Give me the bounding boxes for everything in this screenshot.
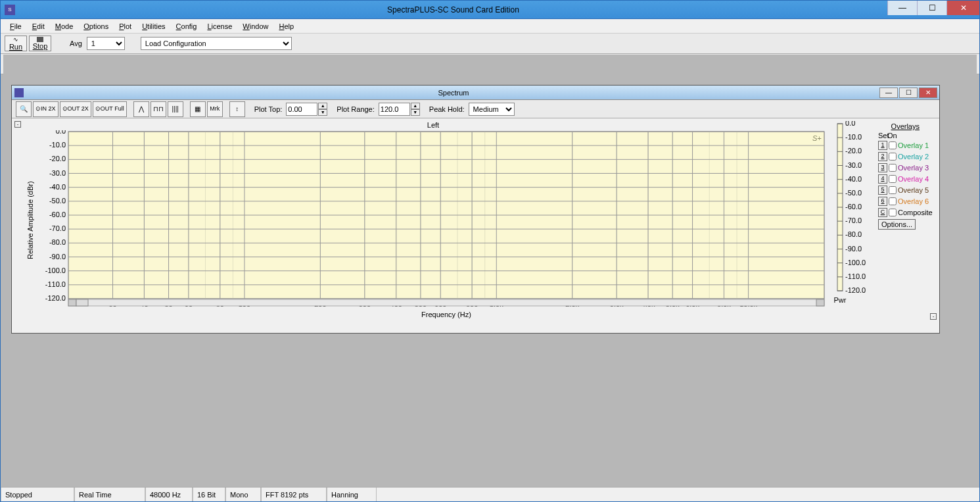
avg-select[interactable]: 1 xyxy=(87,37,125,50)
status-cell-6: Hanning xyxy=(327,488,377,501)
y-axis-label: Relative Amplitude (dBr) xyxy=(25,121,35,320)
spectrum-chart: 30405060801002003004005006008001.0k2.0k3… xyxy=(35,130,831,318)
zoomout-button[interactable]: ⊙OUT 2X xyxy=(60,101,91,117)
overlay-row-5: 5 Overlay 5 xyxy=(878,184,933,195)
overlay-options-button[interactable]: Options... xyxy=(878,219,916,230)
svg-text:-30.0: -30.0 xyxy=(49,169,66,177)
svg-text:-70.0: -70.0 xyxy=(845,216,862,224)
plottop-input[interactable] xyxy=(286,103,317,116)
svg-text:-110.0: -110.0 xyxy=(845,272,866,280)
lines-button[interactable]: |||| xyxy=(168,101,183,117)
overlay-set-6[interactable]: 6 xyxy=(878,197,887,206)
overlay-set-4[interactable]: 4 xyxy=(878,174,887,184)
status-cell-3: 16 Bit xyxy=(193,488,225,501)
peakhold-label: Peak Hold: xyxy=(427,105,467,113)
plotrange-up[interactable]: ▲ xyxy=(411,103,420,109)
svg-text:-60.0: -60.0 xyxy=(845,203,862,211)
plotrange-label: Plot Range: xyxy=(334,105,377,113)
peak-button[interactable]: ⋀ xyxy=(133,101,149,117)
plottop-up[interactable]: ▲ xyxy=(318,103,327,109)
overlay-set-5[interactable]: 5 xyxy=(878,186,887,195)
spectrum-maximize[interactable]: ☐ xyxy=(899,88,918,98)
minimize-button[interactable]: — xyxy=(887,1,917,15)
menu-edit[interactable]: Edit xyxy=(27,22,50,30)
config-select[interactable]: Load Configuration xyxy=(141,37,292,50)
peakhold-select[interactable]: Medium xyxy=(469,103,515,116)
svg-text:-100.0: -100.0 xyxy=(45,266,66,274)
statusbar: StoppedReal Time48000 Hz16 BitMonoFFT 81… xyxy=(1,487,979,501)
overlay-on-3[interactable] xyxy=(889,164,897,172)
svg-text:Frequency (Hz): Frequency (Hz) xyxy=(421,311,471,318)
menu-license[interactable]: License xyxy=(202,22,237,30)
overlay-label-4: Overlay 4 xyxy=(898,175,929,183)
overlay-on-2[interactable] xyxy=(889,153,897,161)
svg-text:-110.0: -110.0 xyxy=(45,280,66,288)
close-button[interactable]: ✕ xyxy=(946,1,979,15)
svg-text:-70.0: -70.0 xyxy=(49,224,66,232)
expand-br[interactable]: - xyxy=(930,313,937,320)
overlay-on-1[interactable] xyxy=(889,141,897,149)
run-button[interactable]: ∿Run xyxy=(5,36,27,51)
spectrum-window: Spectrum — ☐ ✕ 🔍 ⊙IN 2X ⊙OUT 2X ⊙OUT Ful… xyxy=(11,85,940,334)
overlay-row-3: 3 Overlay 3 xyxy=(878,162,933,173)
overlay-row-2: 2 Overlay 2 xyxy=(878,151,933,162)
spectrum-close[interactable]: ✕ xyxy=(919,88,937,98)
maximize-button[interactable]: ☐ xyxy=(917,1,946,15)
svg-text:-50.0: -50.0 xyxy=(845,189,862,197)
svg-text:-30.0: -30.0 xyxy=(845,161,862,169)
avg-label: Avg xyxy=(67,39,85,47)
svg-rect-95 xyxy=(816,299,824,306)
overlay-on-4[interactable] xyxy=(889,175,897,183)
overlay-row-C: C Composite xyxy=(878,207,933,218)
overlay-on-C[interactable] xyxy=(889,209,897,216)
zoomin-button[interactable]: ⊙IN 2X xyxy=(33,101,58,117)
svg-text:-20.0: -20.0 xyxy=(845,147,862,155)
menu-help[interactable]: Help xyxy=(273,22,299,30)
menu-mode[interactable]: Mode xyxy=(50,22,79,30)
status-cell-2: 48000 Hz xyxy=(145,488,193,501)
plotrange-input[interactable] xyxy=(379,103,410,116)
zoomfull-button[interactable]: ⊙OUT Full xyxy=(93,101,127,117)
plottop-label: Plot Top: xyxy=(252,105,285,113)
status-cell-0: Stopped xyxy=(1,488,74,501)
menu-plot[interactable]: Plot xyxy=(114,22,137,30)
spectrum-minimize[interactable]: — xyxy=(879,88,898,98)
menu-options[interactable]: Options xyxy=(78,22,114,30)
svg-text:-40.0: -40.0 xyxy=(49,183,66,191)
svg-text:0.0: 0.0 xyxy=(56,130,66,135)
menu-file[interactable]: File xyxy=(5,22,27,30)
plotrange-down[interactable]: ▼ xyxy=(411,109,420,116)
overlay-set-3[interactable]: 3 xyxy=(878,163,887,172)
zoom-button[interactable]: 🔍 xyxy=(16,101,32,117)
overlay-on-6[interactable] xyxy=(889,197,897,205)
status-cell-4: Mono xyxy=(225,488,261,501)
overlay-label-1: Overlay 1 xyxy=(898,141,929,149)
mrk-button[interactable]: Mrk xyxy=(207,101,223,117)
overlays-panel: Overlays SetOn 1 Overlay 12 Overlay 23 O… xyxy=(877,121,935,320)
expand-tl[interactable]: - xyxy=(14,121,21,128)
menu-utilities[interactable]: Utilities xyxy=(137,22,170,30)
bars-button[interactable]: ⊓⊓ xyxy=(151,101,166,117)
grid-button[interactable]: ▦ xyxy=(190,101,206,117)
spectrum-title: Spectrum xyxy=(28,89,879,97)
overlay-label-5: Overlay 5 xyxy=(898,186,929,194)
power-scale: 0.0-10.0-20.0-30.0-40.0-50.0-60.0-70.0-8… xyxy=(833,121,877,311)
svg-text:S+: S+ xyxy=(812,134,822,142)
menu-config[interactable]: Config xyxy=(171,22,202,30)
svg-text:-20.0: -20.0 xyxy=(49,155,66,163)
overlay-label-6: Overlay 6 xyxy=(898,197,929,205)
channel-title: Left xyxy=(35,121,831,130)
svg-text:-50.0: -50.0 xyxy=(49,197,66,205)
overlay-set-2[interactable]: 2 xyxy=(878,152,887,161)
overlay-row-1: 1 Overlay 1 xyxy=(878,139,933,151)
overlay-set-C[interactable]: C xyxy=(878,208,887,217)
plottop-down[interactable]: ▼ xyxy=(318,109,327,116)
status-cell-1: Real Time xyxy=(74,488,145,501)
overlay-set-1[interactable]: 1 xyxy=(878,141,887,150)
menu-window[interactable]: Window xyxy=(237,22,273,30)
svg-text:-10.0: -10.0 xyxy=(845,133,862,141)
cursor-button[interactable]: ↕ xyxy=(229,101,245,117)
svg-rect-93 xyxy=(68,299,76,306)
overlay-on-5[interactable] xyxy=(889,186,897,194)
stop-button[interactable]: Stop xyxy=(29,36,51,51)
